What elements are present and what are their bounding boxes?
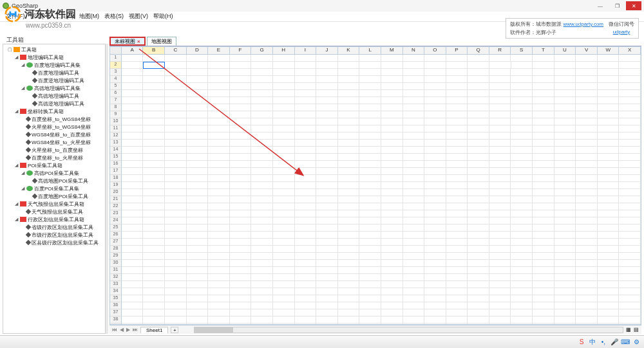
cell-X24[interactable] (619, 217, 641, 224)
tree-node-24[interactable]: 市级行政区划信息采集工具 (5, 231, 104, 239)
row-header-20[interactable]: 20 (110, 189, 122, 196)
cell-B28[interactable] (143, 246, 165, 253)
cell-X34[interactable] (619, 288, 641, 295)
cell-T15[interactable] (533, 154, 554, 161)
cell-Q21[interactable] (468, 196, 489, 203)
cell-E32[interactable] (208, 274, 230, 281)
cell-B15[interactable] (143, 154, 165, 161)
row-header-31[interactable]: 31 (110, 267, 122, 274)
row-header-13[interactable]: 13 (110, 140, 122, 147)
cell-N18[interactable] (403, 175, 425, 182)
cell-S30[interactable] (511, 260, 533, 267)
cell-F37[interactable] (230, 309, 252, 316)
tree-expander-icon[interactable]: ◢ (14, 217, 19, 222)
cell-A27[interactable] (122, 239, 144, 246)
cell-U12[interactable] (554, 133, 576, 140)
cell-K10[interactable] (338, 118, 360, 125)
cell-H9[interactable] (273, 111, 295, 118)
cell-J2[interactable] (316, 62, 338, 69)
cell-N15[interactable] (403, 154, 425, 161)
tree-node-22[interactable]: ◢行政区划信息采集工具箱 (5, 215, 104, 223)
cell-V19[interactable] (576, 182, 598, 189)
cell-K36[interactable] (338, 302, 360, 309)
tree-node-21[interactable]: 天气预报信息采集工具 (5, 208, 104, 215)
cell-V31[interactable] (576, 267, 598, 274)
menu-item-5[interactable]: 视图(V) (127, 12, 150, 21)
cell-S15[interactable] (511, 154, 533, 161)
menu-item-0[interactable]: 文件(F) (4, 12, 27, 21)
cell-W30[interactable] (598, 260, 620, 267)
credits-wechat-link[interactable]: udparty (609, 29, 634, 35)
cell-X28[interactable] (619, 246, 641, 253)
cell-R8[interactable] (489, 104, 511, 111)
cell-F25[interactable] (230, 224, 252, 232)
cell-A7[interactable] (122, 97, 144, 104)
cell-F10[interactable] (230, 118, 252, 125)
cell-W13[interactable] (598, 140, 620, 147)
cell-G27[interactable] (251, 239, 273, 246)
cell-A34[interactable] (122, 288, 144, 295)
cell-V24[interactable] (576, 217, 598, 224)
cell-C9[interactable] (165, 111, 187, 118)
cell-A17[interactable] (122, 168, 144, 175)
cell-K32[interactable] (338, 274, 360, 281)
cell-D7[interactable] (187, 97, 209, 104)
cell-Q19[interactable] (468, 182, 489, 189)
cell-U25[interactable] (554, 224, 576, 232)
cell-I23[interactable] (295, 210, 317, 217)
cell-P3[interactable] (446, 69, 468, 76)
cell-D32[interactable] (187, 274, 209, 281)
cell-Q35[interactable] (468, 295, 489, 302)
cell-Q29[interactable] (468, 253, 489, 260)
row-header-5[interactable]: 5 (110, 83, 122, 90)
cell-U23[interactable] (554, 210, 576, 217)
cell-X14[interactable] (619, 147, 641, 154)
cell-X30[interactable] (619, 260, 641, 267)
cell-J5[interactable] (316, 83, 338, 90)
cell-I28[interactable] (295, 246, 317, 253)
cell-R30[interactable] (489, 260, 511, 267)
cell-L33[interactable] (359, 281, 381, 288)
cell-R37[interactable] (489, 309, 511, 316)
cell-S8[interactable] (511, 104, 533, 111)
cell-L7[interactable] (359, 97, 381, 104)
cell-S3[interactable] (511, 69, 533, 76)
cell-O26[interactable] (424, 232, 446, 239)
cell-I16[interactable] (295, 161, 317, 168)
cell-J8[interactable] (316, 104, 338, 111)
tree-node-12[interactable]: WGS84坐标_to_火星坐标 (5, 138, 104, 146)
cell-Q12[interactable] (468, 133, 489, 140)
cell-U29[interactable] (554, 253, 576, 260)
cell-J38[interactable] (316, 316, 338, 324)
cell-H6[interactable] (273, 90, 295, 97)
cell-K20[interactable] (338, 189, 360, 196)
cell-K22[interactable] (338, 203, 360, 210)
cell-O5[interactable] (424, 83, 446, 90)
cell-S27[interactable] (511, 239, 533, 246)
cell-W3[interactable] (598, 69, 620, 76)
cell-M21[interactable] (381, 196, 403, 203)
cell-I31[interactable] (295, 267, 317, 274)
col-header-K[interactable]: K (338, 47, 360, 54)
cell-O22[interactable] (424, 203, 446, 210)
cell-F19[interactable] (230, 182, 252, 189)
cell-M12[interactable] (381, 133, 403, 140)
cell-P14[interactable] (446, 147, 468, 154)
cell-R27[interactable] (489, 239, 511, 246)
cell-U38[interactable] (554, 316, 576, 324)
cell-X29[interactable] (619, 253, 641, 260)
cell-Q7[interactable] (468, 97, 489, 104)
tree-node-16[interactable]: ◢高德POI采集工具集 (5, 169, 104, 177)
cell-C16[interactable] (165, 161, 187, 168)
cell-W20[interactable] (598, 189, 620, 196)
cell-A23[interactable] (122, 210, 144, 217)
col-header-M[interactable]: M (381, 47, 403, 54)
cell-X25[interactable] (619, 224, 641, 232)
cell-M34[interactable] (381, 288, 403, 295)
cell-J29[interactable] (316, 253, 338, 260)
cell-K31[interactable] (338, 267, 360, 274)
cell-M33[interactable] (381, 281, 403, 288)
cell-D18[interactable] (187, 175, 209, 182)
cell-T2[interactable] (533, 62, 554, 69)
cell-G7[interactable] (251, 97, 273, 104)
